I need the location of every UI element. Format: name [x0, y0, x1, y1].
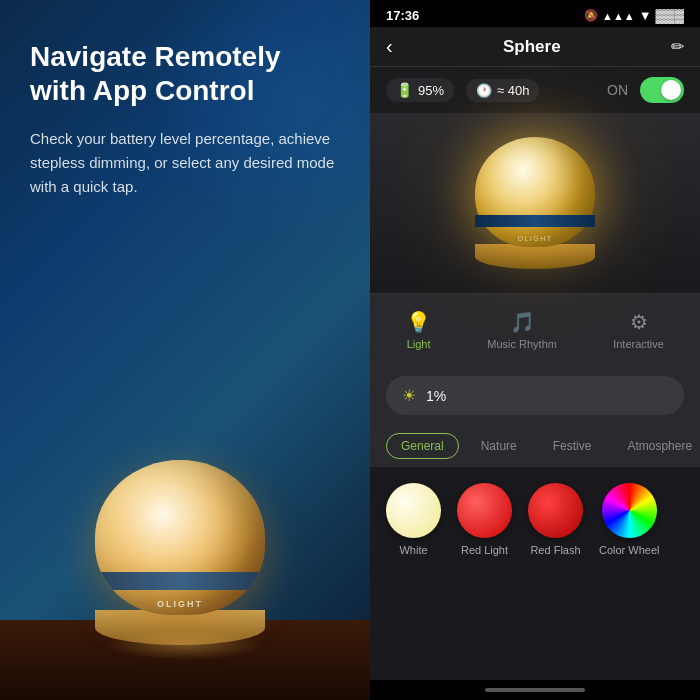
- battery-badge: 🔋 95%: [386, 78, 454, 102]
- device-status-row: 🔋 95% 🕐 ≈ 40h ON: [370, 67, 700, 113]
- swatch-white[interactable]: White: [386, 483, 441, 556]
- swatches-grid: White Red Light Red Flash Color Wheel: [386, 483, 684, 556]
- device-base: [475, 244, 595, 269]
- brightness-slider[interactable]: ☀ 1%: [386, 376, 684, 415]
- device-image-area: OLIGHT: [370, 113, 700, 293]
- category-tabs: General Nature Festive Atmosphere: [370, 425, 700, 467]
- red-flash-circle: [528, 483, 583, 538]
- device-visual: OLIGHT: [475, 137, 595, 269]
- clock-icon: 🕐: [476, 83, 492, 98]
- left-panel: Navigate Remotelywith App Control Check …: [0, 0, 370, 700]
- brightness-value: 1%: [426, 388, 446, 404]
- white-circle: [386, 483, 441, 538]
- white-label: White: [399, 544, 427, 556]
- wifi-icon: ▼: [639, 8, 652, 23]
- brightness-area: ☀ 1%: [370, 366, 700, 425]
- lamp-sphere: OLIGHT: [95, 460, 275, 640]
- cat-tab-atmosphere[interactable]: Atmosphere: [613, 433, 700, 459]
- brightness-icon: ☀: [402, 386, 416, 405]
- right-panel: 17:36 🔕 ▲▲▲ ▼ ▓▓▓ ‹ Sphere ✏ 🔋 95% 🕐 ≈ 4…: [370, 0, 700, 700]
- device-sphere: OLIGHT: [475, 137, 595, 247]
- tab-interactive-label: Interactive: [613, 338, 664, 350]
- tab-interactive[interactable]: ⚙ Interactive: [601, 306, 676, 354]
- time-badge: 🕐 ≈ 40h: [466, 79, 539, 102]
- page-title: Sphere: [503, 37, 561, 57]
- sphere-body: OLIGHT: [95, 460, 265, 615]
- lamp-illustration: OLIGHT: [95, 460, 275, 640]
- swatches-area: White Red Light Red Flash Color Wheel: [370, 467, 700, 680]
- swatch-red-light[interactable]: Red Light: [457, 483, 512, 556]
- cat-tab-general[interactable]: General: [386, 433, 459, 459]
- nav-bar: ‹ Sphere ✏: [370, 27, 700, 67]
- home-indicator: [485, 688, 585, 692]
- red-light-label: Red Light: [461, 544, 508, 556]
- battery-indicator: ▓▓▓: [656, 8, 684, 23]
- power-toggle[interactable]: [640, 77, 684, 103]
- left-title: Navigate Remotelywith App Control: [30, 40, 340, 107]
- color-wheel-circle: [602, 483, 657, 538]
- time-value: ≈ 40h: [497, 83, 529, 98]
- left-description: Check your battery level percentage, ach…: [30, 127, 340, 199]
- cat-tab-festive[interactable]: Festive: [539, 433, 606, 459]
- tab-light-label: Light: [407, 338, 431, 350]
- sphere-brand: OLIGHT: [157, 599, 203, 609]
- tab-music-rhythm[interactable]: 🎵 Music Rhythm: [475, 306, 569, 354]
- red-flash-label: Red Flash: [530, 544, 580, 556]
- signal-icon: ▲▲▲: [602, 10, 635, 22]
- mode-tabs: 💡 Light 🎵 Music Rhythm ⚙ Interactive: [370, 293, 700, 366]
- color-wheel-label: Color Wheel: [599, 544, 660, 556]
- light-icon: 💡: [406, 310, 431, 334]
- cat-tab-nature[interactable]: Nature: [467, 433, 531, 459]
- mute-icon: 🔕: [584, 9, 598, 22]
- battery-percent: 95%: [418, 83, 444, 98]
- status-bar: 17:36 🔕 ▲▲▲ ▼ ▓▓▓: [370, 0, 700, 27]
- back-button[interactable]: ‹: [386, 35, 393, 58]
- bottom-indicator: [370, 680, 700, 700]
- tab-light[interactable]: 💡 Light: [394, 306, 443, 354]
- sphere-glow: [105, 630, 265, 660]
- red-light-circle: [457, 483, 512, 538]
- status-time: 17:36: [386, 8, 419, 23]
- swatch-red-flash[interactable]: Red Flash: [528, 483, 583, 556]
- sphere-band: [95, 572, 265, 590]
- edit-button[interactable]: ✏: [671, 37, 684, 56]
- toggle-knob: [661, 80, 681, 100]
- tab-music-label: Music Rhythm: [487, 338, 557, 350]
- on-label: ON: [607, 82, 628, 98]
- device-brand: OLIGHT: [517, 235, 552, 242]
- status-icons: 🔕 ▲▲▲ ▼ ▓▓▓: [584, 8, 684, 23]
- battery-icon: 🔋: [396, 82, 413, 98]
- swatch-color-wheel[interactable]: Color Wheel: [599, 483, 660, 556]
- settings-icon: ⚙: [630, 310, 648, 334]
- device-band: [475, 215, 595, 227]
- music-icon: 🎵: [510, 310, 535, 334]
